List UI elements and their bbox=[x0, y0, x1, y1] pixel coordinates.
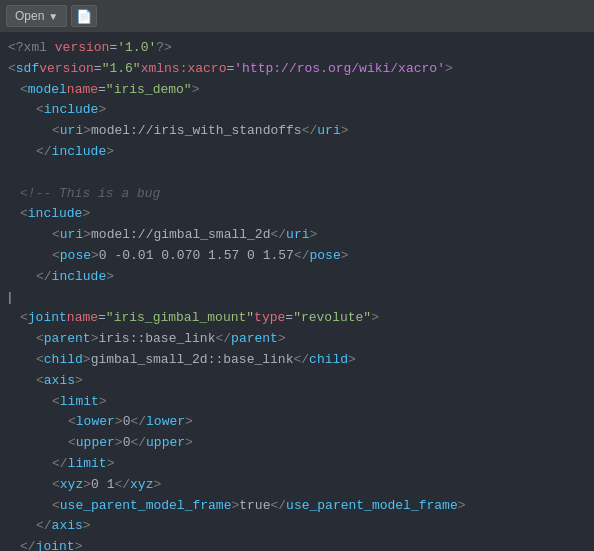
code-line-parent: <parent>iris::base_link</parent> bbox=[0, 329, 594, 350]
code-line-upper: <upper>0</upper> bbox=[0, 433, 594, 454]
code-line-7 bbox=[0, 163, 594, 184]
code-line-4: <include> bbox=[0, 100, 594, 121]
toolbar: Open ▼ 📄 bbox=[0, 0, 594, 32]
code-line-axis: <axis> bbox=[0, 371, 594, 392]
code-line-6: </include> bbox=[0, 142, 594, 163]
chevron-down-icon: ▼ bbox=[48, 11, 58, 22]
file-icon-button[interactable]: 📄 bbox=[71, 5, 97, 27]
code-line-11: <pose>0 -0.01 0.070 1.57 0 1.57</pose> bbox=[0, 246, 594, 267]
code-line-12: </include> bbox=[0, 267, 594, 288]
file-icon: 📄 bbox=[76, 9, 92, 24]
code-line-limit-open: <limit> bbox=[0, 392, 594, 413]
open-button[interactable]: Open ▼ bbox=[6, 5, 67, 27]
code-line-9: <include> bbox=[0, 204, 594, 225]
code-line-joint: <joint name="iris_gimbal_mount" type="re… bbox=[0, 308, 594, 329]
open-label: Open bbox=[15, 9, 44, 23]
code-line-axis-close: </axis> bbox=[0, 516, 594, 537]
code-line-lower: <lower>0</lower> bbox=[0, 412, 594, 433]
code-line-joint-close: </joint> bbox=[0, 537, 594, 551]
code-editor[interactable]: <?xml version='1.0'?> <sdf version="1.6"… bbox=[0, 32, 594, 551]
code-line-use-parent: <use_parent_model_frame>true</use_parent… bbox=[0, 496, 594, 517]
code-line-blank bbox=[0, 288, 594, 309]
code-line-2: <sdf version="1.6" xmlns:xacro='http://r… bbox=[0, 59, 594, 80]
code-line-3: <model name="iris_demo"> bbox=[0, 80, 594, 101]
code-line-8: <!-- This is a bug bbox=[0, 184, 594, 205]
code-line-5: <uri>model://iris_with_standoffs</uri> bbox=[0, 121, 594, 142]
code-line-1: <?xml version='1.0'?> bbox=[0, 38, 594, 59]
code-line-10: <uri>model://gimbal_small_2d</uri> bbox=[0, 225, 594, 246]
code-line-xyz: <xyz>0 1</xyz> bbox=[0, 475, 594, 496]
code-line-child: <child>gimbal_small_2d::base_link</child… bbox=[0, 350, 594, 371]
code-line-limit-close: </limit> bbox=[0, 454, 594, 475]
